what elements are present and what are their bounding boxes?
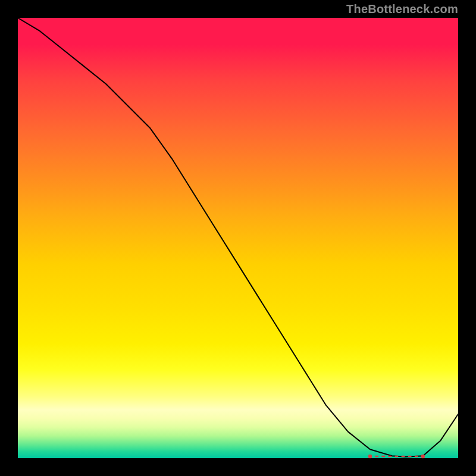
- valley-marker: [368, 455, 425, 458]
- chart-frame: TheBottleneck.com: [0, 0, 476, 476]
- plot-area: [18, 18, 458, 458]
- valley-dash: [402, 456, 405, 457]
- bottleneck-curve: [18, 18, 458, 457]
- valley-dot-left: [368, 455, 372, 458]
- valley-dash: [388, 456, 392, 457]
- chart-svg: [18, 18, 458, 458]
- watermark-text: TheBottleneck.com: [346, 2, 458, 16]
- valley-dash: [408, 456, 412, 457]
- valley-dash: [375, 456, 378, 457]
- valley-dot-right: [421, 455, 425, 458]
- valley-dash: [381, 456, 385, 457]
- valley-dash: [394, 456, 398, 457]
- valley-dash: [415, 456, 418, 457]
